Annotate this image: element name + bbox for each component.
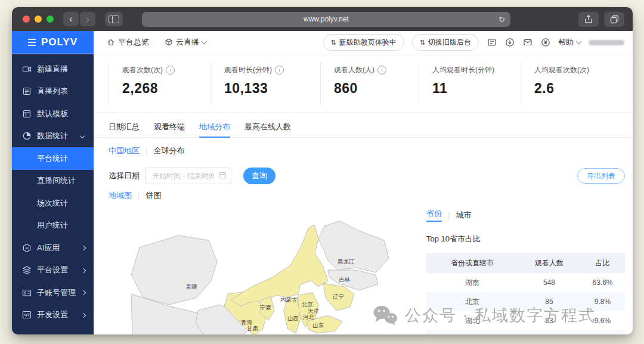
tab-date-summary[interactable]: 日期汇总	[109, 117, 140, 137]
browser-share-button[interactable]	[578, 12, 599, 27]
pie-chart-icon	[22, 131, 32, 141]
divider: |	[138, 190, 140, 201]
stat-viewer-count: 观看人数(人)i 860	[320, 61, 423, 104]
browser-titlebar: ‹ › www.polyv.net ↻	[12, 7, 633, 31]
tab-view-terminal[interactable]: 观看终端	[154, 117, 185, 137]
view-map-link[interactable]: 地域图	[109, 190, 132, 201]
province-rank-table: 省份或直辖市 观看人数 占比 湖南 548 63.6% 北京	[426, 253, 625, 334]
sidebar-item-new-live[interactable]: 新建直播	[12, 58, 94, 80]
form-icon	[487, 38, 497, 47]
message-console-button[interactable]	[487, 38, 497, 48]
menu-collapse-icon	[28, 39, 36, 46]
stat-value: 2,268	[122, 80, 212, 97]
map-label: 山西	[287, 315, 299, 321]
chevron-down-icon	[80, 133, 85, 138]
column-header: 省份或直辖市	[426, 253, 518, 273]
tab-max-online[interactable]: 最高在线人数	[244, 117, 291, 137]
sidebar-item-user-statistics[interactable]: 用户统计	[12, 215, 94, 237]
sidebar-item-data-statistics[interactable]: 数据统计	[12, 125, 94, 148]
logo[interactable]: POLYV	[12, 31, 94, 54]
export-list-button[interactable]: 导出列表	[577, 168, 625, 184]
query-button[interactable]: 查询	[243, 168, 275, 184]
info-icon[interactable]: i	[166, 66, 175, 75]
map-label: 黑龙江	[338, 258, 355, 265]
china-map: 新疆 黑龙江 吉林 辽宁 内蒙古 北京 天津 河北 山西 山东 宁夏 青海 甘肃	[109, 210, 425, 334]
stat-value: 860	[334, 80, 423, 97]
sidebar-item-platform-statistics[interactable]: 平台统计	[12, 147, 94, 170]
browser-tabs-button[interactable]	[604, 12, 624, 27]
stat-avg-views: 人均观看次数(次) 2.6	[521, 61, 624, 104]
nav-cloud-live[interactable]: 云直播	[165, 37, 206, 48]
account-name-redacted[interactable]	[589, 40, 624, 45]
stat-value: 11	[432, 80, 522, 97]
yuan-circle-icon	[541, 38, 550, 47]
map-label: 内蒙古	[280, 296, 298, 303]
sidebar-item-live-list[interactable]: 直播列表	[12, 80, 94, 103]
sidebar-item-subaccount-management[interactable]: 子账号管理	[12, 281, 94, 304]
rank-province-toggle[interactable]: 省份	[426, 208, 442, 222]
stat-value: 10,133	[224, 80, 314, 97]
view-mode-toggle: 地域图 | 饼图	[109, 190, 161, 201]
chevron-right-icon	[81, 312, 86, 317]
scope-global-link[interactable]: 全球分布	[153, 145, 184, 157]
divider: |	[448, 210, 450, 219]
fullscreen-window-button[interactable]	[47, 16, 54, 23]
divider: |	[145, 145, 147, 157]
chevron-right-icon	[81, 246, 86, 250]
reload-icon[interactable]: ↻	[499, 12, 505, 27]
switch-old-console-button[interactable]: ⇅ 切换旧版后台	[412, 34, 479, 51]
list-icon	[22, 86, 32, 96]
billing-button[interactable]	[540, 38, 550, 48]
province-heilongjiang[interactable]	[318, 221, 389, 272]
table-row[interactable]: 广东 47 5.4%	[426, 330, 625, 334]
minimize-window-button[interactable]	[35, 16, 42, 23]
browser-sidebar-toggle-button[interactable]	[105, 12, 123, 26]
sidebar-item-default-template[interactable]: 默认模板	[12, 103, 94, 125]
stat-value: 2.6	[534, 80, 624, 97]
map-label: 宁夏	[260, 304, 272, 311]
info-icon[interactable]: i	[275, 66, 284, 75]
table-row[interactable]: 湖北 83 9.6%	[426, 311, 625, 330]
ai-icon: AI	[22, 243, 32, 253]
map-label: 甘肃	[247, 325, 259, 331]
info-icon[interactable]: i	[377, 66, 386, 75]
table-row[interactable]: 湖南 548 63.6%	[426, 273, 625, 292]
tab-region-distribution[interactable]: 地域分布	[199, 117, 230, 137]
sidebar-item-room-statistics[interactable]: 直播间统计	[12, 170, 94, 193]
rank-table-title: Top 10省市占比	[426, 234, 625, 244]
sidebar-item-ai-apps[interactable]: AI AI应用	[12, 237, 94, 259]
province-neimenggu[interactable]	[231, 225, 328, 306]
sidebar-pane-icon	[109, 16, 119, 23]
help-menu[interactable]: 帮助	[558, 37, 581, 48]
download-circle-icon	[505, 38, 515, 47]
mail-button[interactable]	[522, 38, 532, 48]
sidebar-item-session-statistics[interactable]: 场次统计	[12, 192, 94, 215]
browser-forward-button[interactable]: ›	[80, 12, 95, 26]
download-button[interactable]	[504, 38, 515, 48]
stats-strip: 观看次数(次)i 2,268 观看时长(分钟)i 10,133 观看人数(人)i…	[94, 54, 633, 113]
sidebar-item-developer-settings[interactable]: 开发设置	[12, 304, 94, 327]
view-pie-link[interactable]: 饼图	[145, 190, 161, 201]
column-header: 占比	[580, 253, 625, 273]
logo-text: POLYV	[41, 36, 78, 48]
layers-icon	[22, 265, 32, 275]
address-bar[interactable]: www.polyv.net ↻	[142, 12, 510, 27]
column-header: 观看人数	[518, 253, 580, 273]
new-version-pill-button[interactable]: ⇅ 新版助教页体验中	[323, 34, 404, 51]
home-icon	[107, 38, 115, 47]
switch-icon: ⇅	[331, 39, 336, 47]
rank-city-toggle[interactable]: 城市	[456, 210, 471, 221]
close-window-button[interactable]	[23, 16, 30, 23]
nav-platform-overview[interactable]: 平台总览	[107, 37, 149, 48]
sidebar-item-platform-settings[interactable]: 平台设置	[12, 259, 94, 282]
browser-back-button[interactable]: ‹	[63, 12, 79, 26]
map-label: 山东	[312, 322, 324, 328]
stat-view-duration: 观看时长(分钟)i 10,133	[210, 61, 314, 104]
statistics-tabs: 日期汇总 观看终端 地域分布 最高在线人数	[94, 117, 633, 138]
scope-china-link[interactable]: 中国地区	[109, 145, 140, 157]
date-filter-row: 选择日期 查询 导出列表	[109, 168, 625, 184]
chevron-down-icon	[576, 39, 582, 45]
calendar-icon[interactable]	[218, 171, 227, 179]
table-row[interactable]: 北京 85 9.8%	[426, 292, 625, 311]
province-xinjiang[interactable]	[131, 235, 217, 305]
